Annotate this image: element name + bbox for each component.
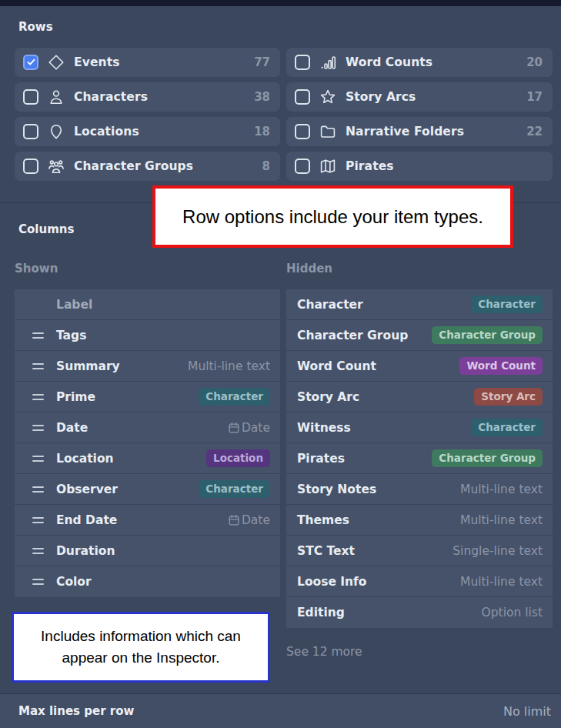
row-type-tile[interactable]: Characters 38: [15, 82, 280, 112]
rows-left-column: Events 77 Characters 38 Locations 18 Cha…: [15, 48, 280, 181]
folder-icon: [319, 122, 337, 141]
column-row[interactable]: Date Date: [15, 412, 280, 443]
row-type-tile[interactable]: Locations 18: [15, 117, 280, 146]
hidden-list-header: Hidden: [286, 262, 332, 276]
max-lines-value[interactable]: No limit: [503, 704, 551, 719]
checkbox[interactable]: [23, 55, 38, 70]
top-strip: [0, 0, 561, 6]
column-label: Word Count: [297, 359, 376, 373]
max-lines-label: Max lines per row: [18, 704, 134, 718]
column-row[interactable]: End Date Date: [15, 505, 280, 536]
column-row[interactable]: Character Group Character Group: [286, 320, 553, 351]
column-row[interactable]: Word Count Word Count: [286, 351, 553, 382]
column-label: Pirates: [297, 452, 345, 466]
column-row[interactable]: Witness Character: [286, 412, 553, 443]
column-label: Date: [56, 421, 88, 435]
row-type-tile[interactable]: Story Arcs 17: [286, 82, 553, 112]
column-label: Story Arc: [297, 390, 359, 404]
diamond-icon: [47, 53, 65, 72]
column-label: Story Notes: [297, 483, 376, 496]
row-type-tile[interactable]: Word Counts 20: [286, 48, 553, 77]
drag-handle-icon[interactable]: [32, 548, 44, 554]
row-type-label: Narrative Folders: [346, 125, 464, 139]
column-row[interactable]: Location Location: [15, 443, 280, 474]
column-row[interactable]: Duration: [15, 536, 280, 566]
drag-handle-icon[interactable]: [32, 394, 44, 400]
annotation-rows-note-text: Row options include your item types.: [182, 206, 483, 228]
column-label: Tags: [56, 329, 86, 342]
row-type-count: 38: [254, 90, 270, 104]
row-type-tile[interactable]: Character Groups 8: [15, 152, 280, 181]
column-type-badge: Character Group: [432, 449, 543, 467]
row-type-label: Locations: [74, 125, 139, 139]
column-type-badge: Story Arc: [474, 388, 543, 406]
column-row[interactable]: STC Text Single-line text: [286, 536, 553, 566]
column-row[interactable]: Story Arc Story Arc: [286, 382, 553, 412]
row-type-label: Characters: [74, 90, 148, 104]
row-type-label: Story Arcs: [346, 90, 416, 104]
column-row[interactable]: Label: [15, 289, 280, 320]
row-type-tile[interactable]: Narrative Folders 22: [286, 117, 553, 146]
checkbox[interactable]: [295, 159, 310, 174]
row-type-count: 17: [526, 90, 543, 104]
checkbox[interactable]: [295, 89, 310, 105]
column-type-badge: Word Count: [459, 357, 543, 375]
column-type: Multi-line text: [460, 513, 543, 527]
drag-handle-icon[interactable]: [32, 486, 44, 493]
column-type: Multi-line text: [460, 575, 543, 589]
column-row[interactable]: Editing Option list: [286, 597, 553, 628]
row-type-count: 18: [254, 125, 270, 139]
see-more-link[interactable]: See 12 more: [286, 645, 362, 659]
map-icon: [319, 157, 337, 175]
checkbox[interactable]: [295, 55, 310, 70]
drag-handle-icon[interactable]: [32, 425, 44, 431]
column-row[interactable]: Themes Multi-line text: [286, 505, 553, 536]
row-type-count: 20: [526, 55, 543, 69]
shown-columns-list: Label Tags Summary Multi-line text Prime…: [15, 289, 280, 597]
column-row[interactable]: Tags: [15, 320, 280, 351]
drag-handle-icon[interactable]: [32, 363, 44, 369]
column-type-badge: Character: [199, 480, 270, 498]
column-label: Observer: [56, 483, 118, 496]
bar-chart-icon: [319, 53, 337, 72]
column-type: Single-line text: [452, 544, 543, 558]
column-row[interactable]: Story Notes Multi-line text: [286, 474, 553, 505]
column-label: Character Group: [297, 329, 408, 342]
drag-handle-icon[interactable]: [32, 332, 44, 339]
column-type: Date: [228, 513, 270, 527]
column-label: Witness: [297, 421, 351, 435]
hidden-columns-list: Character Character Character Group Char…: [286, 289, 553, 628]
checkbox[interactable]: [23, 89, 38, 105]
column-type-badge: Character Group: [432, 326, 543, 344]
annotation-rows-note: Row options include your item types.: [152, 185, 513, 248]
column-type: Date: [228, 421, 270, 435]
calendar-icon: [228, 514, 240, 526]
annotation-columns-note: Includes information which can appear on…: [12, 612, 270, 683]
drag-handle-icon[interactable]: [32, 456, 44, 462]
column-type-badge: Character: [471, 296, 543, 313]
column-row[interactable]: Summary Multi-line text: [15, 351, 280, 382]
shown-list-header: Shown: [15, 262, 58, 276]
column-row[interactable]: Pirates Character Group: [286, 443, 553, 474]
checkbox[interactable]: [23, 159, 38, 174]
column-row[interactable]: Prime Character: [15, 382, 280, 412]
column-label: Color: [56, 575, 92, 589]
row-type-tile[interactable]: Pirates: [286, 152, 553, 181]
column-row[interactable]: Observer Character: [15, 474, 280, 505]
rows-section-title: Rows: [18, 20, 53, 34]
drag-handle-icon[interactable]: [32, 517, 44, 523]
drag-handle-icon[interactable]: [32, 579, 44, 585]
column-type-badge: Character: [471, 419, 543, 436]
column-row[interactable]: Color: [15, 566, 280, 597]
row-type-tile[interactable]: Events 77: [15, 48, 280, 77]
column-row[interactable]: Character Character: [286, 289, 553, 320]
checkbox[interactable]: [23, 124, 38, 139]
checkbox[interactable]: [295, 124, 310, 139]
column-type: Option list: [482, 606, 543, 619]
row-type-label: Character Groups: [74, 159, 193, 173]
max-lines-per-row-setting[interactable]: Max lines per row No limit: [0, 693, 561, 728]
column-row[interactable]: Loose Info Multi-line text: [286, 566, 553, 597]
row-type-label: Pirates: [346, 159, 394, 173]
row-type-label: Events: [74, 55, 119, 69]
column-label: Summary: [56, 359, 120, 373]
